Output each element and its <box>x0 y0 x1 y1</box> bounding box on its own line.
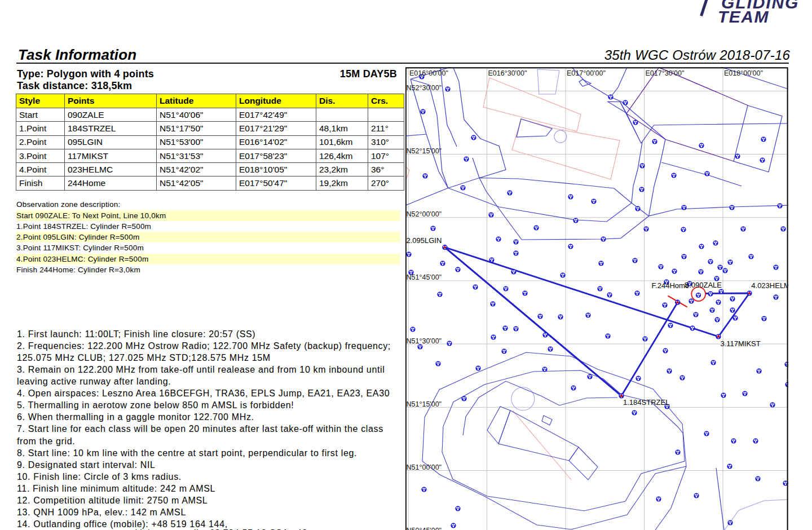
svg-text:N51°30'00": N51°30'00" <box>407 337 442 345</box>
svg-text:N50°45'00": N50°45'00" <box>407 527 442 530</box>
svg-text:N52°30'00": N52°30'00" <box>407 84 442 92</box>
svg-text:3.117MIKST: 3.117MIKST <box>720 339 760 348</box>
svg-text:F.244Home: F.244Home <box>652 281 689 290</box>
svg-text:N52°15'00": N52°15'00" <box>407 147 442 155</box>
svg-text:N51°15'00": N51°15'00" <box>407 400 442 408</box>
svg-text:1.184STRZEL: 1.184STRZEL <box>623 398 669 407</box>
svg-text:E017°00'00": E017°00'00" <box>567 69 606 77</box>
svg-text:E016°30'00": E016°30'00" <box>488 69 527 77</box>
svg-text:4.023HELMC: 4.023HELMC <box>751 281 788 290</box>
svg-text:N52°00'00": N52°00'00" <box>407 210 442 218</box>
svg-text:N51°45'00": N51°45'00" <box>407 273 442 281</box>
svg-text:E018°00'00": E018°00'00" <box>724 69 763 77</box>
svg-text:S.090ZALE: S.090ZALE <box>685 281 722 289</box>
svg-text:2.095LGIN: 2.095LGIN <box>407 236 442 245</box>
svg-text:E016°00'00": E016°00'00" <box>409 69 448 77</box>
svg-text:N51°00'00": N51°00'00" <box>407 463 442 471</box>
svg-text:E017°30'00": E017°30'00" <box>646 69 685 77</box>
